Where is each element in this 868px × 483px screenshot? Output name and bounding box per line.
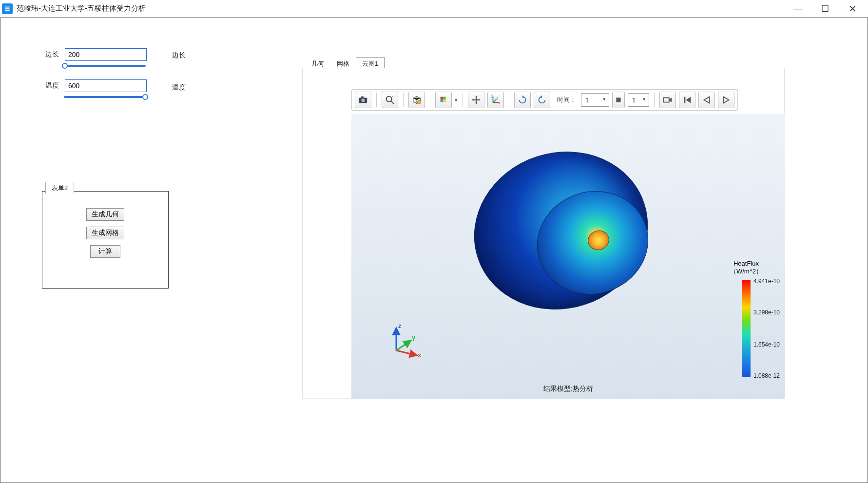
svg-text:z: z: [491, 95, 493, 98]
svg-rect-17: [616, 97, 620, 102]
app-icon: [2, 3, 13, 14]
svg-point-6: [417, 100, 421, 104]
param-edge-side-label: 边长: [172, 51, 186, 60]
form-box: 表单2 生成几何 生成网格 计算: [42, 191, 169, 289]
model-visualization: [454, 143, 668, 328]
svg-rect-10: [443, 99, 446, 102]
legend-title-2: （W/m^2）: [717, 267, 775, 276]
svg-point-2: [361, 98, 365, 102]
param-edge-slider-thumb[interactable]: [62, 63, 68, 69]
time-value: 1: [585, 97, 589, 104]
rotate-cw-icon[interactable]: [514, 92, 531, 108]
param-temp-row: 温度: [45, 79, 147, 92]
box-pick-icon[interactable]: [408, 92, 425, 108]
close-button[interactable]: ✕: [839, 0, 866, 18]
frame-value: 1: [632, 97, 636, 104]
param-temp-slider-thumb[interactable]: [142, 94, 148, 100]
param-temp-side-label: 温度: [172, 83, 186, 92]
legend-tick-1: 1.654e-10: [753, 341, 780, 348]
svg-text:x: x: [499, 101, 501, 105]
titlebar: 范峻玮-大连工业大学-五棱柱体受力分析 — ☐ ✕: [0, 0, 868, 18]
form-buttons: 生成几何 生成网格 计算: [42, 208, 168, 258]
svg-rect-9: [441, 99, 444, 102]
toolbar-separator: [376, 93, 377, 107]
toolbar-separator: [403, 93, 404, 107]
axes-icon[interactable]: zxy: [487, 92, 504, 108]
svg-rect-3: [361, 97, 364, 98]
app-body: 边长 边长 温度 温度 表单2 生成几何 生成网格 计算 几何 网格 云图1: [0, 18, 868, 483]
param-edge-slider[interactable]: [64, 65, 146, 67]
svg-text:y: y: [497, 95, 499, 99]
frame-select[interactable]: 1: [628, 93, 649, 107]
form-tab[interactable]: 表单2: [45, 182, 74, 194]
svg-rect-18: [664, 97, 669, 102]
svg-rect-7: [441, 97, 444, 100]
legend-tick-min: 1.088e-12: [753, 372, 780, 379]
result-caption: 结果模型:热分析: [351, 385, 785, 393]
first-frame-icon[interactable]: [679, 92, 695, 108]
legend-title-1: HeatFlux: [717, 260, 775, 267]
next-frame-icon[interactable]: [718, 92, 734, 108]
minimize-button[interactable]: —: [784, 0, 811, 18]
svg-line-13: [493, 99, 497, 102]
stop-icon[interactable]: [612, 92, 625, 108]
viewer-toolbar: ▾ zxy 时间： 1 1: [351, 89, 738, 111]
axis-z-label: z: [398, 322, 402, 329]
param-temp-input[interactable]: [65, 79, 147, 92]
svg-point-4: [386, 97, 392, 102]
maximize-button[interactable]: ☐: [811, 0, 839, 18]
toolbar-separator: [509, 93, 509, 107]
window-title: 范峻玮-大连工业大学-五棱柱体受力分析: [17, 4, 146, 13]
time-select[interactable]: 1: [581, 93, 609, 107]
time-label: 时间：: [557, 96, 576, 104]
toolbar-separator: [463, 93, 463, 107]
generate-mesh-button[interactable]: 生成网格: [86, 227, 124, 239]
axis-y-label: y: [412, 334, 416, 341]
pan-icon[interactable]: [468, 92, 484, 108]
generate-geometry-button[interactable]: 生成几何: [86, 208, 124, 221]
window-controls: — ☐ ✕: [784, 0, 866, 18]
rotate-ccw-icon[interactable]: [534, 92, 550, 108]
svg-rect-8: [443, 97, 446, 100]
param-edge-row: 边长: [45, 48, 147, 61]
prev-frame-icon[interactable]: [698, 92, 715, 108]
svg-line-5: [391, 101, 394, 104]
calculate-button[interactable]: 计算: [90, 245, 120, 258]
record-icon[interactable]: [659, 92, 676, 108]
render-canvas[interactable]: z x y HeatFlux （W/m^2） 4.941e-10 3.298e-…: [351, 114, 785, 399]
zoom-icon[interactable]: [382, 92, 398, 108]
svg-line-21: [396, 350, 417, 355]
snapshot-icon[interactable]: [355, 92, 371, 108]
svg-line-22: [396, 341, 411, 350]
color-legend: HeatFlux （W/m^2） 4.941e-10 3.298e-10 1.6…: [717, 260, 775, 377]
legend-tick-2: 3.298e-10: [753, 309, 780, 316]
param-edge-label: 边长: [45, 50, 59, 59]
axis-triad-icon: z x y: [386, 321, 425, 360]
param-temp-slider[interactable]: [64, 96, 146, 98]
colormap-icon[interactable]: [435, 92, 452, 108]
param-temp-label: 温度: [45, 81, 59, 90]
svg-rect-19: [684, 97, 686, 103]
toolbar-separator: [654, 93, 655, 107]
legend-bar: 4.941e-10 3.298e-10 1.654e-10 1.088e-12: [742, 280, 751, 377]
legend-tick-max: 4.941e-10: [753, 278, 780, 285]
param-edge-input[interactable]: [65, 48, 147, 61]
toolbar-separator: [430, 93, 430, 107]
axis-x-label: x: [418, 351, 422, 359]
